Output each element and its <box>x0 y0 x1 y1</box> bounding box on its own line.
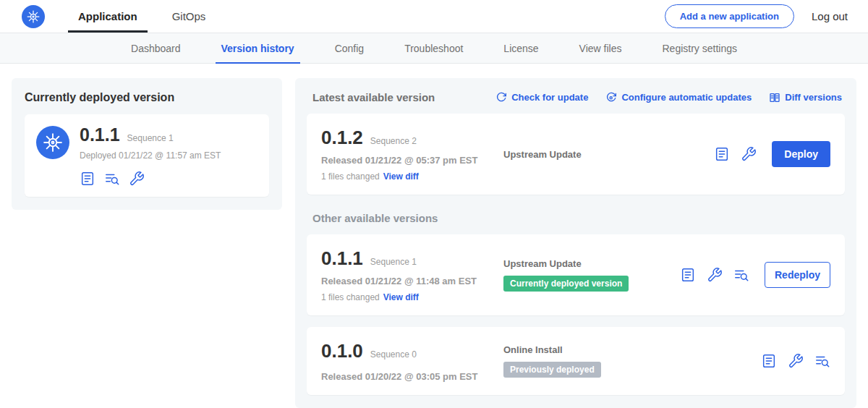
tab-application-label: Application <box>78 10 137 22</box>
source-label: Upstream Update <box>503 258 673 269</box>
subnav-registry-settings[interactable]: Registry settings <box>642 33 757 63</box>
currently-deployed-badge: Currently deployed version <box>503 276 629 292</box>
configure-automatic-updates-label: Configure automatic updates <box>621 92 752 103</box>
version-sequence: Sequence 1 <box>370 257 417 267</box>
deployed-version-card: 0.1.1 Sequence 1 Deployed 01/21/22 @ 11:… <box>25 114 269 197</box>
diff-icon <box>769 92 780 103</box>
subnav-config[interactable]: Config <box>315 33 384 63</box>
tab-application[interactable]: Application <box>61 0 155 33</box>
version-row-actions <box>761 353 830 369</box>
other-available-versions-title: Other available versions <box>312 212 839 224</box>
preflight-checks-icon[interactable] <box>814 353 830 369</box>
edit-config-icon[interactable] <box>707 267 723 283</box>
subnav-view-files-label: View files <box>579 43 622 54</box>
redeploy-button[interactable]: Redeploy <box>765 262 830 288</box>
version-number: 0.1.0 <box>321 340 363 362</box>
edit-config-icon[interactable] <box>788 353 804 369</box>
version-info: 0.1.1 Sequence 1 Released 01/21/22 @ 11:… <box>321 247 503 302</box>
subnav-license[interactable]: License <box>483 33 558 63</box>
auto-update-icon <box>605 92 617 103</box>
version-row-0-1-0: 0.1.0 Sequence 0 Released 01/20/22 @ 03:… <box>307 327 845 395</box>
version-actions: Check for update Configure automatic upd… <box>495 92 842 103</box>
diff-versions-link[interactable]: Diff versions <box>769 92 842 103</box>
subnav-version-history[interactable]: Version history <box>201 33 315 63</box>
main-content: Currently deployed version 0.1.1 Sequenc… <box>0 64 868 408</box>
subnav-registry-settings-label: Registry settings <box>663 43 737 54</box>
version-source: Online Install Previously deployed <box>503 344 761 378</box>
version-row-actions: Redeploy <box>680 262 830 288</box>
version-released: Released 01/20/22 @ 03:05 pm EST <box>321 371 503 382</box>
app-subnav: Dashboard Version history Config Trouble… <box>0 33 868 64</box>
release-notes-icon[interactable] <box>80 171 95 187</box>
deploy-button[interactable]: Deploy <box>772 141 830 167</box>
subnav-license-label: License <box>503 43 538 54</box>
version-info: 0.1.0 Sequence 0 Released 01/20/22 @ 03:… <box>321 340 503 382</box>
deployed-timestamp: Deployed 01/21/22 @ 11:57 am EST <box>80 150 221 161</box>
version-number: 0.1.1 <box>321 247 363 270</box>
tab-gitops-label: GitOps <box>172 10 206 22</box>
kubernetes-logo-icon <box>22 5 45 28</box>
logout-link[interactable]: Log out <box>812 10 848 22</box>
previously-deployed-badge: Previously deployed <box>503 362 601 378</box>
deployed-version-sequence: Sequence 1 <box>127 133 174 143</box>
version-info: 0.1.2 Sequence 2 Released 01/21/22 @ 05:… <box>321 127 503 182</box>
preflight-checks-icon[interactable] <box>104 171 120 187</box>
check-for-update-label: Check for update <box>511 92 588 103</box>
release-notes-icon[interactable] <box>761 353 777 369</box>
files-changed-label: 1 files changed <box>321 171 380 182</box>
app-kubernetes-icon <box>36 126 69 159</box>
version-source: Upstream Update Currently deployed versi… <box>503 258 680 292</box>
version-released: Released 01/21/22 @ 05:37 pm EST <box>321 155 503 166</box>
subnav-dashboard-label: Dashboard <box>131 43 181 54</box>
version-row-0-1-2: 0.1.2 Sequence 2 Released 01/21/22 @ 05:… <box>307 114 845 195</box>
view-diff-link[interactable]: View diff <box>383 292 419 302</box>
subnav-view-files[interactable]: View files <box>559 33 642 63</box>
diff-versions-label: Diff versions <box>785 92 842 103</box>
version-number: 0.1.2 <box>321 127 363 149</box>
view-diff-link[interactable]: View diff <box>383 171 419 182</box>
add-application-button[interactable]: Add a new application <box>665 4 794 28</box>
subnav-dashboard[interactable]: Dashboard <box>111 33 201 63</box>
topbar: Application GitOps Add a new application… <box>0 0 868 33</box>
version-row-actions: Deploy <box>714 141 830 167</box>
subnav-troubleshoot[interactable]: Troubleshoot <box>384 33 483 63</box>
topbar-right: Add a new application Log out <box>665 4 848 28</box>
currently-deployed-panel: Currently deployed version 0.1.1 Sequenc… <box>12 78 282 210</box>
version-released: Released 01/21/22 @ 11:48 am EST <box>321 276 503 286</box>
version-sequence: Sequence 2 <box>370 136 417 146</box>
release-notes-icon[interactable] <box>680 267 696 283</box>
edit-config-icon[interactable] <box>741 146 757 162</box>
refresh-icon <box>495 92 507 103</box>
deployed-version-number: 0.1.1 <box>80 124 120 145</box>
version-source: Upstream Update <box>503 149 714 160</box>
tab-gitops[interactable]: GitOps <box>155 0 224 33</box>
subnav-version-history-label: Version history <box>221 43 294 54</box>
files-changed-label: 1 files changed <box>321 292 380 302</box>
version-row-0-1-1: 0.1.1 Sequence 1 Released 01/21/22 @ 11:… <box>307 234 845 315</box>
source-label: Online Install <box>503 344 754 355</box>
preflight-checks-icon[interactable] <box>733 267 749 283</box>
subnav-troubleshoot-label: Troubleshoot <box>404 43 463 54</box>
check-for-update-link[interactable]: Check for update <box>495 92 588 103</box>
available-versions-panel: Latest available version Check for updat… <box>295 78 856 408</box>
release-notes-icon[interactable] <box>714 146 730 162</box>
subnav-config-label: Config <box>335 43 364 54</box>
top-tabs: Application GitOps <box>61 0 223 33</box>
version-sequence: Sequence 0 <box>370 349 417 360</box>
latest-available-title: Latest available version <box>312 91 435 103</box>
edit-config-icon[interactable] <box>129 171 145 187</box>
source-label: Upstream Update <box>503 149 707 160</box>
available-versions-header: Latest available version Check for updat… <box>312 91 842 103</box>
configure-automatic-updates-link[interactable]: Configure automatic updates <box>605 92 752 103</box>
currently-deployed-title: Currently deployed version <box>25 91 269 104</box>
